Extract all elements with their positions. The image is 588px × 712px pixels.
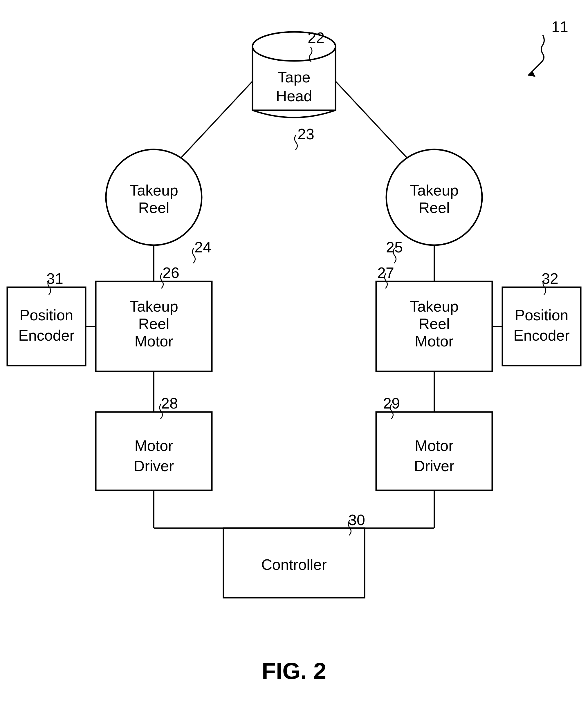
figure-label: FIG. 2 <box>262 658 326 684</box>
right-reel-label1: Takeup <box>410 182 459 199</box>
ref-31: 31 <box>46 270 63 287</box>
ref-23: 23 <box>297 126 314 143</box>
ref-30: 30 <box>348 512 365 528</box>
ref-11-group: 11 <box>528 18 568 77</box>
diagram-container: 11 Tape Head 22 23 Takeup Reel <box>0 0 588 712</box>
svg-line-4 <box>336 81 417 168</box>
ref-11-label: 11 <box>551 18 568 35</box>
left-takeup-reel-motor: Takeup Reel Motor <box>96 281 212 371</box>
left-takeup-reel: Takeup Reel <box>106 149 202 245</box>
ref-32: 32 <box>542 270 559 287</box>
right-takeup-reel: Takeup Reel <box>386 149 482 245</box>
right-driver-label2: Driver <box>414 457 455 474</box>
right-driver-label1: Motor <box>415 437 454 454</box>
ref-29: 29 <box>383 395 400 412</box>
right-encoder-label1: Position <box>515 307 569 324</box>
right-motor-label1: Takeup <box>410 298 459 315</box>
right-motor-label3: Motor <box>415 333 454 350</box>
left-motor-label2: Reel <box>139 316 169 332</box>
left-encoder-label1: Position <box>20 307 74 324</box>
tape-head-label2: Head <box>276 88 312 105</box>
controller-label: Controller <box>261 556 327 573</box>
left-reel-label1: Takeup <box>129 182 178 199</box>
left-motor-label3: Motor <box>135 333 173 350</box>
ref-24: 24 <box>194 239 211 256</box>
right-takeup-reel-motor: Takeup Reel Motor <box>376 281 492 371</box>
controller: Controller <box>224 528 364 598</box>
left-motor-label1: Takeup <box>129 298 178 315</box>
svg-line-3 <box>171 81 252 168</box>
tape-head-label1: Tape <box>278 69 311 86</box>
ref-27: 27 <box>377 264 394 281</box>
right-motor-driver: Motor Driver <box>376 412 492 490</box>
right-motor-label2: Reel <box>419 316 450 332</box>
right-position-encoder: Position Encoder <box>502 287 581 366</box>
ref-25: 25 <box>386 239 403 256</box>
right-encoder-label2: Encoder <box>513 327 570 344</box>
ref-26: 26 <box>163 264 180 281</box>
ref-22: 22 <box>308 29 324 46</box>
ref-28: 28 <box>161 395 178 412</box>
left-reel-label2: Reel <box>139 199 169 216</box>
left-motor-driver: Motor Driver <box>96 412 212 490</box>
svg-rect-13 <box>502 287 581 366</box>
left-driver-label2: Driver <box>134 457 174 474</box>
left-position-encoder: Position Encoder <box>7 287 86 366</box>
right-reel-label2: Reel <box>419 199 450 216</box>
left-driver-label1: Motor <box>135 437 173 454</box>
left-encoder-label2: Encoder <box>18 327 75 344</box>
svg-rect-11 <box>7 287 86 366</box>
